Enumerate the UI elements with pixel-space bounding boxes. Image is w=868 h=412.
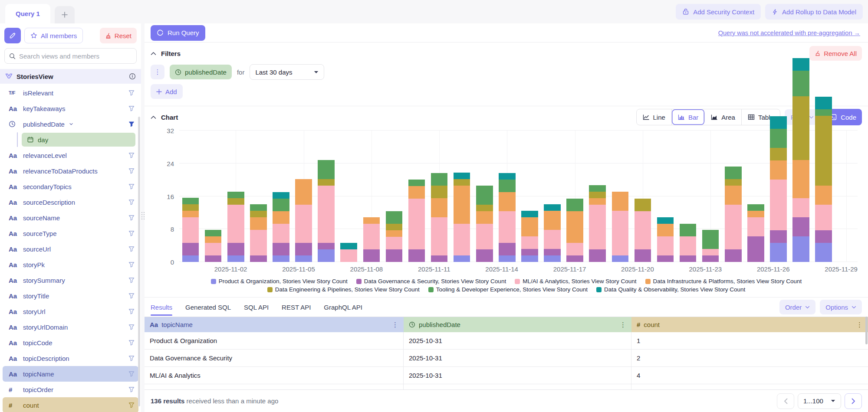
stacked-bar-2025-11-21[interactable] bbox=[657, 217, 674, 262]
tab-results[interactable]: Results bbox=[151, 298, 172, 317]
run-query-button[interactable]: Run Query bbox=[151, 25, 205, 41]
sidebar-member-storytitle[interactable]: AastoryTitle bbox=[0, 288, 141, 304]
main-scrollbar[interactable] bbox=[865, 317, 868, 344]
member-filter-button[interactable] bbox=[128, 370, 135, 377]
legend-item[interactable]: Data Engineering & Pipelines, Stories Vi… bbox=[267, 286, 420, 293]
sidebar-member-relevancelevel[interactable]: AarelevanceLevel bbox=[0, 147, 141, 163]
stacked-bar-2025-11-11[interactable] bbox=[431, 173, 448, 262]
stacked-bar-2025-11-28[interactable] bbox=[815, 97, 832, 262]
stacked-bar-2025-11-09[interactable] bbox=[386, 211, 403, 262]
legend-item[interactable]: ML/AI & Analytics, Stories View Story Co… bbox=[515, 278, 636, 284]
member-filter-button[interactable] bbox=[128, 308, 135, 315]
stacked-bar-2025-11-23[interactable] bbox=[702, 230, 719, 262]
stacked-bar-2025-10-31[interactable] bbox=[182, 198, 199, 262]
remove-all-filters-button[interactable]: Remove All bbox=[809, 46, 862, 61]
member-filter-button[interactable] bbox=[128, 121, 135, 128]
page-range-select[interactable]: 1...100 bbox=[798, 393, 841, 409]
member-filter-button[interactable] bbox=[128, 324, 135, 330]
column-header-topicname[interactable]: Aa topicName ⋮ bbox=[145, 317, 404, 332]
chart-type-area[interactable]: Area bbox=[705, 109, 742, 125]
sidebar-scrollbar[interactable] bbox=[138, 117, 140, 406]
sidebar-member-sourcetype[interactable]: AasourceType bbox=[0, 226, 141, 241]
filters-collapse-button[interactable] bbox=[151, 52, 156, 56]
sidebar-member-storysummary[interactable]: AastorySummary bbox=[0, 272, 141, 288]
member-filter-button[interactable] bbox=[128, 199, 135, 206]
add-rollup-button[interactable]: Add Rollup to Data Model bbox=[765, 4, 863, 20]
column-menu-icon[interactable]: ⋮ bbox=[392, 321, 398, 329]
sidebar-member-sourceurl[interactable]: AasourceUrl bbox=[0, 241, 141, 257]
member-filter-button[interactable] bbox=[128, 245, 135, 252]
legend-item[interactable]: Product & Organization, Stories View Sto… bbox=[211, 278, 348, 284]
granularity-day-chip[interactable]: day bbox=[22, 133, 135, 147]
sidebar-member-secondarytopics[interactable]: AasecondaryTopics bbox=[0, 179, 141, 194]
stacked-bar-2025-11-01[interactable] bbox=[205, 230, 222, 262]
stacked-bar-2025-11-27[interactable] bbox=[792, 58, 809, 262]
member-filter-button[interactable] bbox=[128, 386, 135, 393]
stacked-bar-2025-11-07[interactable] bbox=[340, 243, 357, 262]
legend-item[interactable]: Data Governance & Security, Stories View… bbox=[356, 278, 506, 284]
options-dropdown[interactable]: Options bbox=[820, 300, 862, 314]
member-filter-button[interactable] bbox=[128, 89, 135, 96]
stacked-bar-2025-11-26[interactable] bbox=[770, 116, 787, 262]
tab-sql-api[interactable]: SQL API bbox=[244, 298, 269, 317]
stacked-bar-2025-11-24[interactable] bbox=[725, 167, 742, 262]
member-filter-button[interactable] bbox=[128, 105, 135, 112]
member-filter-button[interactable] bbox=[128, 152, 135, 159]
stacked-bar-2025-11-04[interactable] bbox=[273, 192, 289, 262]
member-filter-button[interactable] bbox=[128, 183, 135, 190]
column-menu-icon[interactable]: ⋮ bbox=[620, 321, 626, 329]
tab-generated-sql[interactable]: Generated SQL bbox=[185, 298, 231, 317]
member-filter-button[interactable] bbox=[128, 230, 135, 237]
sidebar-member-storyurldomain[interactable]: AastoryUrlDomain bbox=[0, 319, 141, 335]
filter-member-chip[interactable]: publishedDate bbox=[170, 65, 232, 79]
sidebar-member-topicdescription[interactable]: AatopicDescription bbox=[0, 350, 141, 366]
chart-collapse-button[interactable] bbox=[151, 115, 156, 119]
add-filter-button[interactable]: Add bbox=[151, 84, 183, 99]
sidebar-member-isrelevant[interactable]: T/FisRelevant bbox=[0, 85, 141, 101]
next-page-button[interactable] bbox=[845, 393, 862, 409]
member-filter-button[interactable] bbox=[128, 167, 135, 174]
sidebar-member-storypk[interactable]: AastoryPk bbox=[0, 257, 141, 272]
stacked-bar-2025-11-12[interactable] bbox=[454, 173, 470, 262]
sidebar-member-relevancetodataproducts[interactable]: AarelevanceToDataProducts bbox=[0, 163, 141, 179]
stacked-bar-2025-11-15[interactable] bbox=[521, 211, 538, 262]
sidebar-member-sourcename[interactable]: AasourceName bbox=[0, 210, 141, 226]
stacked-bar-2025-11-19[interactable] bbox=[612, 192, 629, 262]
stacked-bar-2025-11-10[interactable] bbox=[408, 180, 425, 262]
column-header-count[interactable]: # count ⋮ bbox=[631, 317, 868, 332]
member-filter-button[interactable] bbox=[128, 261, 135, 268]
stacked-bar-2025-11-20[interactable] bbox=[635, 199, 651, 262]
stacked-bar-2025-11-18[interactable] bbox=[589, 185, 606, 262]
filter-kebab-button[interactable]: ⋮ bbox=[151, 65, 164, 79]
sidebar-member-count[interactable]: #count bbox=[3, 397, 138, 412]
order-dropdown[interactable]: Order bbox=[779, 300, 815, 314]
reset-button[interactable]: Reset bbox=[100, 28, 137, 43]
stacked-bar-2025-11-16[interactable] bbox=[544, 204, 561, 262]
stacked-bar-2025-11-17[interactable] bbox=[566, 199, 583, 262]
sidebar-member-topicorder[interactable]: #topicOrder bbox=[0, 382, 141, 397]
preaggregation-link[interactable]: Query was not accelerated with pre-aggre… bbox=[718, 29, 862, 36]
member-filter-button[interactable] bbox=[128, 277, 135, 284]
sidebar-resize-handle[interactable] bbox=[141, 23, 145, 412]
stacked-bar-2025-11-05[interactable] bbox=[295, 179, 312, 262]
sidebar-member-keytakeaways[interactable]: AakeyTakeaways bbox=[0, 101, 141, 116]
edit-query-button[interactable] bbox=[4, 28, 21, 43]
date-range-select[interactable]: Last 30 days bbox=[250, 64, 324, 80]
prev-page-button[interactable] bbox=[777, 393, 794, 409]
add-query-tab-button[interactable] bbox=[55, 6, 75, 23]
chart-type-bar[interactable]: Bar bbox=[672, 109, 705, 125]
stacked-bar-2025-11-14[interactable] bbox=[499, 173, 516, 262]
member-filter-button[interactable] bbox=[128, 292, 135, 299]
column-header-publisheddate[interactable]: publishedDate ⋮ bbox=[404, 317, 631, 332]
stacked-bar-2025-11-13[interactable] bbox=[476, 186, 493, 262]
legend-item[interactable]: Data Quality & Observability, Stories Vi… bbox=[596, 286, 745, 293]
info-icon[interactable] bbox=[129, 73, 136, 80]
stacked-bar-2025-11-08[interactable] bbox=[363, 217, 380, 262]
legend-item[interactable]: Data Infrastructure & Platforms, Stories… bbox=[645, 278, 802, 284]
member-filter-button[interactable] bbox=[128, 214, 135, 221]
all-members-button[interactable]: All members bbox=[24, 28, 83, 43]
sidebar-member-storyurl[interactable]: AastoryUrl bbox=[0, 304, 141, 319]
stacked-bar-2025-11-03[interactable] bbox=[250, 204, 267, 262]
tab-rest-api[interactable]: REST API bbox=[282, 298, 311, 317]
stacked-bar-2025-11-02[interactable] bbox=[227, 192, 244, 262]
